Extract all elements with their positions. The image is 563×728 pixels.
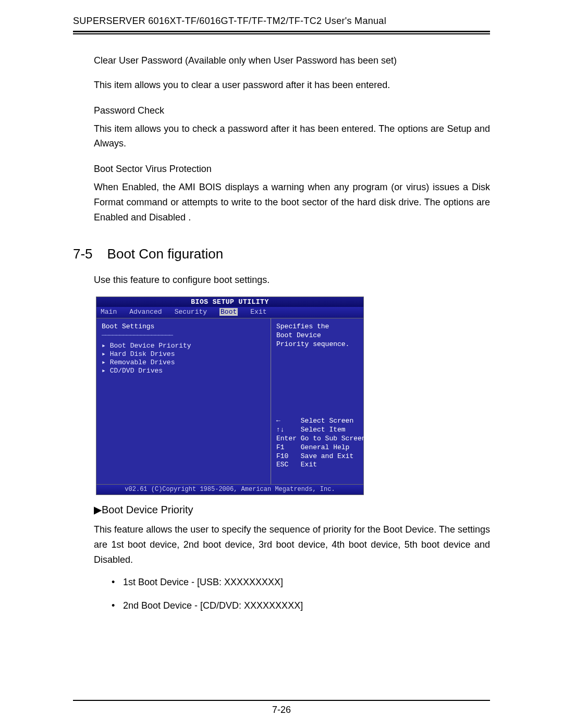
- clear-password-text: This item allows you to clear a user pas…: [94, 78, 490, 93]
- bios-panel-header: Boot Settings: [102, 323, 265, 330]
- clear-password-head: Clear User Password (Available only when…: [94, 53, 490, 68]
- sub-section-text: This feature allows the user to specify …: [94, 522, 490, 567]
- password-check-text: This item allows you to check a password…: [94, 121, 490, 152]
- bios-screenshot: BIOS SETUP UTILITY Main Advanced Securit…: [96, 297, 364, 495]
- bios-menu: Main Advanced Security Boot Exit: [96, 307, 363, 318]
- bios-tab-main: Main: [101, 308, 117, 316]
- bios-tab-security: Security: [175, 308, 207, 316]
- section-title: 7-5Boot Con figuration: [73, 246, 490, 262]
- bios-item: ▸ CD/DVD Drives: [102, 366, 265, 375]
- bios-item: ▸ Boot Device Priority: [102, 341, 265, 350]
- section-intro: Use this feature to configure boot setti…: [94, 273, 490, 288]
- bios-item: ▸ Hard Disk Drives: [102, 350, 265, 358]
- bios-tab-boot: Boot: [219, 308, 238, 316]
- list-item: 1st Boot Device - [USB: XXXXXXXXX]: [123, 577, 490, 588]
- bios-tab-advanced: Advanced: [129, 308, 162, 316]
- sub-section-head: ▶Boot Device Priority: [94, 503, 490, 516]
- bios-left-panel: Boot Settings ──────────────────── ▸ Boo…: [96, 318, 271, 484]
- bios-tab-exit: Exit: [250, 308, 266, 316]
- bios-footer: v02.61 (C)Copyright 1985-2006, American …: [96, 484, 363, 495]
- page-header: SUPERSERVER 6016XT-TF/6016GT-TF/TF-TM2/T…: [73, 16, 490, 31]
- bios-help-text: Specifies the Boot Device Priority seque…: [276, 323, 358, 349]
- bios-title: BIOS SETUP UTILITY: [96, 297, 363, 307]
- footer-rule: [73, 700, 490, 701]
- list-item: 2nd Boot Device - [CD/DVD: XXXXXXXXX]: [123, 600, 490, 611]
- bios-right-panel: Specifies the Boot Device Priority seque…: [271, 318, 363, 484]
- boot-sector-text: When Enabled, the AMI BOIS displays a wa…: [94, 180, 490, 225]
- section-number: 7-5: [73, 246, 93, 262]
- bios-separator: ────────────────────: [102, 331, 265, 339]
- page-number: 7-26: [0, 705, 563, 715]
- bios-item: ▸ Removable Drives: [102, 358, 265, 366]
- arrow-icon: ▶: [94, 503, 102, 516]
- header-rule: [73, 31, 490, 32]
- boot-sector-head: Boot Sector Virus Protection: [94, 164, 490, 175]
- password-check-head: Password Check: [94, 105, 490, 116]
- bios-key-legend: ← Select Screen ↑↓ Select Item Enter Go …: [276, 417, 366, 470]
